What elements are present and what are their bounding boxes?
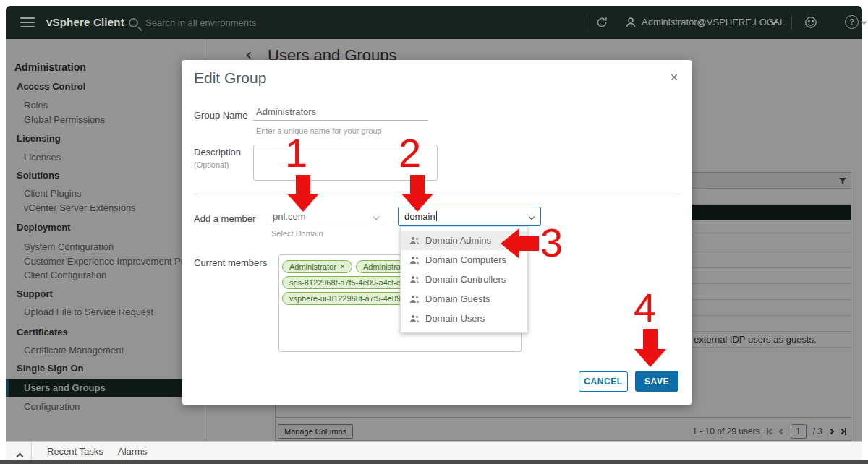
annotation-step-1: 1 (285, 133, 307, 173)
chevron-down-icon (373, 214, 379, 220)
window-edge (0, 460, 868, 464)
cancel-button[interactable]: CANCEL (579, 371, 628, 392)
vsphere-client-window: vSphere Client Search in all environment… (0, 0, 868, 464)
users-group-icon (409, 275, 420, 284)
current-members-label: Current members (194, 257, 267, 268)
hamburger-menu-icon[interactable] (20, 17, 35, 27)
edit-group-dialog: Edit Group ✕ Group Name Administrators E… (182, 60, 692, 405)
dropdown-option-domain-guests[interactable]: Domain Guests (401, 289, 527, 309)
save-button[interactable]: SAVE (635, 371, 678, 392)
tab-alarms[interactable]: Alarms (118, 446, 147, 457)
chevron-down-icon (861, 20, 867, 25)
description-optional: (Optional) (194, 160, 229, 169)
annotation-step-4: 4 (634, 288, 656, 328)
user-menu[interactable]: Administrator@VSPHERE.LOCAL (642, 17, 785, 27)
description-label: Description (194, 147, 241, 158)
annotation-step-2: 2 (399, 133, 421, 173)
annotation-step-3: 3 (540, 223, 563, 263)
product-title: vSphere Client (46, 6, 124, 39)
global-search[interactable]: Search in all environments (129, 6, 256, 39)
divider (31, 442, 32, 461)
user-icon (624, 16, 637, 29)
annotation-arrow-3 (501, 228, 539, 259)
group-name-input[interactable]: Administrators (253, 103, 428, 121)
group-name-helper: Enter a unique name for your group (256, 126, 382, 135)
annotation-arrow-2 (401, 175, 433, 212)
users-group-icon (409, 256, 420, 265)
tab-recent-tasks[interactable]: Recent Tasks (47, 446, 103, 457)
users-group-icon (409, 295, 420, 304)
refresh-icon[interactable] (595, 16, 608, 29)
add-member-label: Add a member (194, 213, 255, 224)
search-icon (129, 18, 138, 27)
search-placeholder: Search in all environments (145, 17, 256, 28)
divider (194, 194, 680, 194)
member-chip[interactable]: Administrator ✕ (282, 260, 352, 273)
bottom-panel: Recent Tasks Alarms (6, 441, 862, 460)
text-cursor (436, 211, 437, 221)
dialog-title: Edit Group (194, 69, 266, 87)
chevron-down-icon (529, 214, 535, 220)
help-icon: ? (845, 15, 859, 29)
annotation-arrow-1 (287, 175, 319, 212)
top-bar: vSphere Client Search in all environment… (6, 6, 862, 39)
annotation-arrow-4 (634, 329, 666, 367)
users-group-icon (409, 314, 420, 323)
feedback-smiley-icon[interactable] (804, 15, 818, 30)
divider (587, 15, 587, 30)
close-icon[interactable]: ✕ (670, 72, 678, 83)
users-group-icon (409, 236, 420, 245)
domain-select-helper: Select Domain (271, 229, 323, 238)
remove-member-icon[interactable]: ✕ (340, 263, 346, 270)
divider (791, 15, 792, 30)
dropdown-option-domain-users[interactable]: Domain Users (401, 309, 527, 328)
help-menu[interactable]: ? (845, 15, 866, 29)
group-name-label: Group Name (194, 110, 247, 121)
dropdown-option-domain-controllers[interactable]: Domain Controllers (401, 270, 527, 289)
